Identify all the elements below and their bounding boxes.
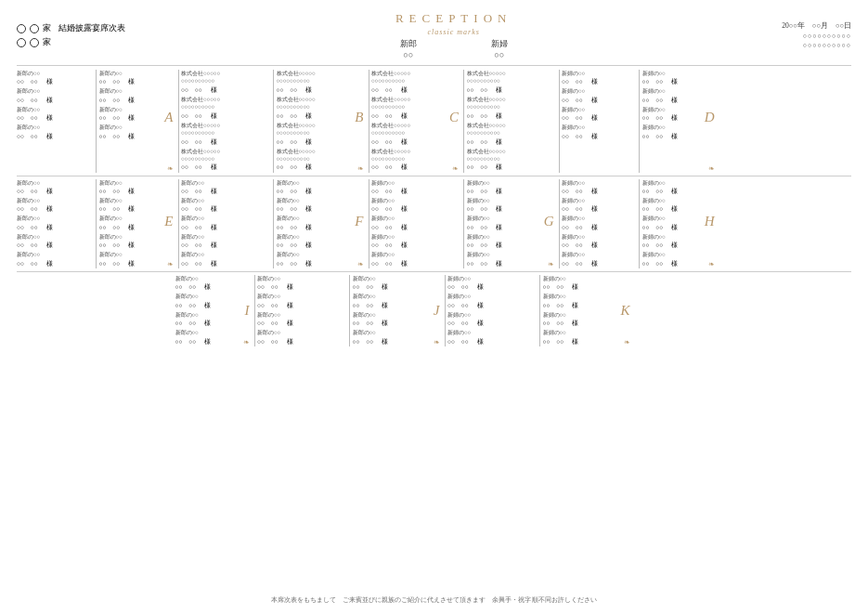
guest-g1-1: 新郎の○○ ○○ ○○ 様	[17, 70, 87, 85]
guest-b1-1: 新婦の○○ ○○ ○○ 様	[562, 70, 630, 85]
col-f2: 新郎の○○ ○○ ○○ 様 新郎の○○ ○○ ○○ 様 新郎の○○ ○○ ○○ …	[277, 179, 366, 268]
col-e1: 新郎の○○ ○○ ○○ 様 新郎の○○ ○○ ○○ 様 新郎の○○ ○○ ○○ …	[17, 179, 93, 268]
row-section-3: 新郎の○○ ○○ ○○ 様 新郎の○○ ○○ ○○ 様 新郎の○○ ○○ ○○ …	[17, 271, 851, 346]
sep-h2	[639, 179, 640, 268]
guest-e2-4: 新郎の○○ ○○ ○○ 様	[99, 233, 170, 249]
guest-j1-3: 新郎の○○ ○○ ○○ 様	[353, 311, 436, 327]
table-label-G: G	[544, 215, 554, 229]
sep-g1	[369, 179, 369, 268]
footer-note: 本席次表をもちまして ご来賓並びに親族のご紹介に代えさせて頂きます 余興手・祝字…	[271, 595, 598, 605]
guest-e2-1: 新郎の○○ ○○ ○○ 様	[99, 179, 170, 195]
guest-h2-4: 新婦の○○ ○○ ○○ 様	[642, 233, 711, 249]
table-label-E: E	[164, 215, 173, 229]
col-h2: 新婦の○○ ○○ ○○ 様 新婦の○○ ○○ ○○ 様 新婦の○○ ○○ ○○ …	[642, 179, 717, 268]
guest-g1-2b: 新婦の○○ ○○ ○○ 様	[371, 197, 455, 213]
guest-f1-2: 新郎の○○ ○○ ○○ 様	[181, 197, 265, 213]
guest-f2-3: 新郎の○○ ○○ ○○ 様	[277, 215, 360, 230]
bride-section: 新婦 ○○	[491, 38, 508, 59]
groom-bride-row: 新郎 ○○ 新婦 ○○	[400, 38, 508, 59]
guest-j1-1: 新郎の○○ ○○ ○○ 様	[353, 275, 436, 291]
groom-label: 新郎	[400, 38, 417, 50]
guest-c1-2: 株式会社○○○○○ ○○○○○○○○○○ ○○ ○○ 様	[181, 96, 265, 120]
ornament-J: ❧	[434, 339, 440, 346]
table-label-F: F	[355, 215, 363, 229]
table-label-J: J	[434, 304, 440, 318]
col-i2: 新郎の○○ ○○ ○○ 様 新郎の○○ ○○ ○○ 様 新郎の○○ ○○ ○○ …	[257, 275, 346, 346]
sep-e1	[96, 179, 97, 268]
guest-e2-3: 新郎の○○ ○○ ○○ 様	[99, 215, 170, 230]
guest-b2-1: 新婦の○○ ○○ ○○ 様	[642, 70, 711, 85]
guest-f2-4: 新郎の○○ ○○ ○○ 様	[277, 233, 360, 249]
guest-i2-2: 新郎の○○ ○○ ○○ 様	[257, 293, 341, 308]
sep-k2	[539, 275, 540, 346]
guest-g2-4: 新郎の○○ ○○ ○○ 様	[99, 124, 170, 139]
guest-i2-3: 新郎の○○ ○○ ○○ 様	[257, 311, 341, 327]
ie-label1: 家	[43, 22, 51, 34]
guest-k1-2: 新婦の○○ ○○ ○○ 様	[447, 293, 531, 308]
ornament-C: ❧	[452, 165, 459, 173]
groom-section: 新郎 ○○	[400, 38, 417, 59]
col-i1: 新郎の○○ ○○ ○○ 様 新郎の○○ ○○ ○○ 様 新郎の○○ ○○ ○○ …	[175, 275, 252, 346]
reception-title: RECEPTION	[395, 11, 512, 26]
guest-b1-4: 新婦の○○ ○○ ○○ 様	[562, 124, 630, 139]
guest-e1-2: 新郎の○○ ○○ ○○ 様	[17, 197, 87, 213]
guest-g2-2b: 新婦の○○ ○○ ○○ 様	[467, 197, 551, 213]
guest-c4-1: 株式会社○○○○○ ○○○○○○○○○○ ○○ ○○ 様	[467, 70, 551, 94]
guest-c4-4: 株式会社○○○○○ ○○○○○○○○○○ ○○ ○○ 様	[467, 148, 551, 172]
guest-k2-4: 新婦の○○ ○○ ○○ 様	[543, 329, 627, 345]
guest-g1-2: 新郎の○○ ○○ ○○ 様	[17, 87, 87, 103]
table-label-A: A	[164, 111, 173, 124]
guest-c4-3: 株式会社○○○○○ ○○○○○○○○○○ ○○ ○○ 様	[467, 122, 551, 146]
date-label: 20○○年 ○○月 ○○日	[782, 21, 851, 31]
header-right: 20○○年 ○○月 ○○日 ○○○○○○○○○○ ○○○○○○○○○○	[782, 21, 851, 49]
col-corp2: 株式会社○○○○○ ○○○○○○○○○○ ○○ ○○ 様 株式会社○○○○○ ○…	[277, 70, 366, 173]
circle3	[17, 38, 26, 47]
sep7	[639, 70, 640, 173]
guest-g1-4: 新郎の○○ ○○ ○○ 様	[17, 124, 87, 139]
col-h1: 新婦の○○ ○○ ○○ 様 新婦の○○ ○○ ○○ 様 新婦の○○ ○○ ○○ …	[562, 179, 636, 268]
guest-c3-3: 株式会社○○○○○ ○○○○○○○○○○ ○○ ○○ 様	[371, 122, 455, 146]
col-bride2: 新婦の○○ ○○ ○○ 様 新婦の○○ ○○ ○○ 様 新婦の○○ ○○ ○○ …	[642, 70, 717, 173]
col-groom1: 新郎の○○ ○○ ○○ 様 新郎の○○ ○○ ○○ 様 新郎の○○ ○○ ○○ …	[17, 70, 93, 173]
guest-c1-3: 株式会社○○○○○ ○○○○○○○○○○ ○○ ○○ 様	[181, 122, 265, 146]
guest-e2-5: 新郎の○○ ○○ ○○ 様	[99, 251, 170, 267]
sep5	[463, 70, 464, 173]
guest-f1-1: 新郎の○○ ○○ ○○ 様	[181, 179, 265, 195]
page: 家 結婚披露宴席次表 家 RECEPTION classic marks 新郎 …	[0, 0, 868, 614]
guest-b1-3: 新婦の○○ ○○ ○○ 様	[562, 106, 630, 122]
guest-g2-1: 新郎の○○ ○○ ○○ 様	[99, 70, 170, 85]
guest-h2-3: 新婦の○○ ○○ ○○ 様	[642, 215, 711, 230]
guest-g2-5b: 新婦の○○ ○○ ○○ 様	[467, 251, 551, 267]
guest-k1-1: 新婦の○○ ○○ ○○ 様	[447, 275, 531, 291]
guest-h1-5: 新婦の○○ ○○ ○○ 様	[562, 251, 630, 267]
sep-k1	[445, 275, 446, 346]
guest-h1-1: 新婦の○○ ○○ ○○ 様	[562, 179, 630, 195]
table-label-C: C	[449, 111, 459, 124]
bride-label: 新婦	[491, 38, 508, 50]
guest-b2-4: 新婦の○○ ○○ ○○ 様	[642, 124, 711, 139]
header: 家 結婚披露宴席次表 家 RECEPTION classic marks 新郎 …	[17, 11, 851, 59]
guest-f2-5: 新郎の○○ ○○ ○○ 様	[277, 251, 360, 267]
col-j1: 新郎の○○ ○○ ○○ 様 新郎の○○ ○○ ○○ 様 新郎の○○ ○○ ○○ …	[353, 275, 442, 346]
sep6	[559, 70, 560, 173]
guest-c2-3: 株式会社○○○○○ ○○○○○○○○○○ ○○ ○○ 様	[277, 122, 360, 146]
table-label-I: I	[245, 304, 250, 318]
guest-c2-2: 株式会社○○○○○ ○○○○○○○○○○ ○○ ○○ 様	[277, 96, 360, 120]
guest-h1-2: 新婦の○○ ○○ ○○ 様	[562, 197, 630, 213]
guest-i1-2: 新郎の○○ ○○ ○○ 様	[175, 293, 246, 308]
ornament-H: ❧	[708, 261, 715, 268]
table-label-K: K	[620, 304, 629, 318]
guest-h2-2: 新婦の○○ ○○ ○○ 様	[642, 197, 711, 213]
sep-g2	[463, 179, 464, 268]
sep-h1	[559, 179, 560, 268]
table-label-B: B	[355, 111, 363, 124]
sep-f2	[273, 179, 274, 268]
row-section-2: 新郎の○○ ○○ ○○ 様 新郎の○○ ○○ ○○ 様 新郎の○○ ○○ ○○ …	[17, 176, 851, 268]
guest-c4-2: 株式会社○○○○○ ○○○○○○○○○○ ○○ ○○ 様	[467, 96, 551, 120]
guest-g1-3: 新郎の○○ ○○ ○○ 様	[17, 106, 87, 122]
guest-j1-4: 新郎の○○ ○○ ○○ 様	[353, 329, 436, 345]
guest-g2-2: 新郎の○○ ○○ ○○ 様	[99, 87, 170, 103]
guest-e2-2: 新郎の○○ ○○ ○○ 様	[99, 197, 170, 213]
guest-c2-1: 株式会社○○○○○ ○○○○○○○○○○ ○○ ○○ 様	[277, 70, 360, 94]
guest-k2-2: 新婦の○○ ○○ ○○ 様	[543, 293, 627, 308]
